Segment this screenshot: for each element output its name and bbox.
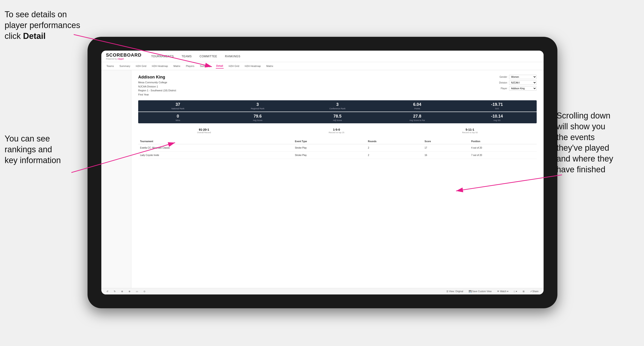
player-filters: Gender Women Division NJCAA I bbox=[494, 75, 537, 91]
subnav-summary[interactable]: Summary bbox=[119, 64, 130, 68]
records-row: 91-20-1 Overall Record 1-5-0 Record vs t… bbox=[138, 127, 537, 135]
gender-select[interactable]: Women bbox=[509, 75, 537, 79]
gender-filter-row: Gender Women bbox=[494, 75, 537, 79]
player-name: Addison King bbox=[138, 75, 176, 80]
sub-nav: Teams Summary H2H Grid H2H Heatmap Matri… bbox=[101, 62, 544, 70]
nav-rankings[interactable]: RANKINGS bbox=[224, 54, 241, 59]
zoom-out-button[interactable]: ⊕ bbox=[127, 290, 132, 293]
player-label: Player bbox=[494, 87, 507, 90]
position-0: 4 out of 20 bbox=[470, 144, 537, 152]
stat-national-rank: 37 National Rank bbox=[138, 100, 218, 112]
table-row[interactable]: Estella CC- Mountain Classic Stroke Play… bbox=[138, 144, 537, 152]
logo-area: SCOREBOARD Powered by clippd bbox=[106, 52, 142, 60]
subnav-matrix[interactable]: Matrix bbox=[173, 64, 181, 68]
rounds-1: 2 bbox=[366, 152, 423, 159]
share-button[interactable]: ↗ Share bbox=[528, 290, 540, 293]
content-area: Addison King Mesa Community College NJCA… bbox=[131, 70, 544, 288]
stats-row2: 0 Wins 79.6 Avg Score 78.5 Adj Score 27.… bbox=[138, 112, 537, 123]
stat-adj-score: 78.5 Adj Score bbox=[298, 112, 377, 123]
score-0: 17 bbox=[423, 144, 469, 152]
player-info: Addison King Mesa Community College NJCA… bbox=[138, 75, 176, 97]
save-custom-view-button[interactable]: 💾 Save Custom View bbox=[467, 290, 493, 293]
annotation-top-left: To see details on player performances cl… bbox=[4, 9, 83, 41]
stat-regional-rank: 3 Regional Rank bbox=[218, 100, 297, 112]
undo-button[interactable]: ↺ bbox=[105, 290, 110, 293]
player-year: First Year bbox=[138, 93, 176, 97]
tablet-frame: SCOREBOARD Powered by clippd TOURNAMENTS… bbox=[88, 37, 558, 308]
player-select[interactable]: Addison King bbox=[509, 86, 537, 91]
tablet-screen: SCOREBOARD Powered by clippd TOURNAMENTS… bbox=[101, 51, 544, 295]
player-region: Region 1 - Southwest (18) District bbox=[138, 89, 176, 93]
record-top25: 1-5-0 Record vs top 25 bbox=[329, 128, 344, 134]
nav-committee[interactable]: COMMITTEE bbox=[199, 54, 218, 59]
stats-row1: 37 National Rank 3 Regional Rank 3 Confe… bbox=[138, 100, 537, 112]
col-tournament: Tournament bbox=[138, 139, 293, 144]
stat-sos: -19.71 SoS bbox=[458, 100, 537, 112]
table-row[interactable]: Lady Coyote Invite Stroke Play 2 16 7 ou… bbox=[138, 152, 537, 159]
subnav-detail[interactable]: Detail bbox=[216, 63, 224, 69]
division-filter-row: Division NJCAA I bbox=[494, 81, 537, 85]
nav-tournaments[interactable]: TOURNAMENTS bbox=[151, 54, 174, 59]
stat-points: 6.04 Points bbox=[378, 100, 457, 112]
col-score: Score bbox=[423, 139, 469, 144]
bottom-toolbar: ↺ ↻ ⊕ ⊕ ▭ ⊙ ☰ View: Original 💾 Save Cust… bbox=[101, 288, 544, 295]
subnav-h2h-heatmap[interactable]: H2H Heatmap bbox=[151, 64, 168, 68]
division-label: Division bbox=[494, 81, 507, 84]
score-1: 16 bbox=[423, 152, 469, 159]
subnav-players[interactable]: Players bbox=[186, 64, 195, 68]
grid-view-button[interactable]: ⊞ bbox=[521, 290, 526, 293]
tournament-name-0: Estella CC- Mountain Classic bbox=[138, 144, 293, 152]
watch-button[interactable]: 👁 Watch ▾ bbox=[496, 290, 510, 293]
division-select[interactable]: NJCAA I bbox=[509, 81, 537, 85]
gender-label: Gender bbox=[494, 76, 507, 78]
subnav-h2h-heatmap2[interactable]: H2H Heatmap bbox=[244, 64, 262, 68]
logo-scoreboard: SCOREBOARD bbox=[106, 52, 142, 58]
event-type-1: Stroke Play bbox=[293, 152, 366, 159]
subnav-teams[interactable]: Teams bbox=[106, 64, 114, 68]
tournament-name-1: Lady Coyote Invite bbox=[138, 152, 293, 159]
stat-wins: 0 Wins bbox=[138, 112, 218, 123]
record-top50: 5-11-1 Record vs top 50 bbox=[462, 128, 478, 134]
redo-button[interactable]: ↻ bbox=[112, 290, 117, 293]
player-header: Addison King Mesa Community College NJCA… bbox=[138, 75, 537, 97]
logo-powered: Powered by clippd bbox=[106, 58, 142, 60]
layout-button[interactable]: ▭ bbox=[134, 290, 139, 293]
player-school: Mesa Community College bbox=[138, 81, 176, 85]
subnav-matrix2[interactable]: Matrix bbox=[266, 64, 274, 68]
settings-button[interactable]: ⊙ bbox=[142, 290, 147, 293]
stat-avg-score: 79.6 Avg Score bbox=[218, 112, 297, 123]
subnav-h2h-grid2[interactable]: H2H Grid bbox=[228, 64, 240, 68]
col-rounds: Rounds bbox=[366, 139, 423, 144]
annotation-right: Scrolling down will show you the events … bbox=[556, 110, 640, 175]
view-original-button[interactable]: ☰ View: Original bbox=[445, 290, 464, 293]
stat-conference-rank: 3 Conference Rank bbox=[298, 100, 377, 112]
nav-teams[interactable]: TEAMS bbox=[181, 54, 192, 59]
annotation-bottom-left: You can see rankings and key information bbox=[4, 133, 83, 166]
col-position: Position bbox=[470, 139, 537, 144]
col-event-type: Event Type bbox=[293, 139, 366, 144]
rounds-0: 2 bbox=[366, 144, 423, 152]
stat-avg-sg: -10.14 Avg SG bbox=[458, 112, 537, 123]
event-type-0: Stroke Play bbox=[293, 144, 366, 152]
sidebar bbox=[101, 70, 131, 288]
stat-avg-score-par: 27.8 Avg Score to Par bbox=[378, 112, 457, 123]
subnav-summary2[interactable]: Summary bbox=[200, 64, 211, 68]
zoom-in-button[interactable]: ⊕ bbox=[120, 290, 124, 293]
player-division: NJCAA Division 1 bbox=[138, 85, 176, 89]
share-options-button[interactable]: □ ▾ bbox=[512, 290, 518, 293]
record-overall: 91-20-1 Overall Record bbox=[197, 128, 211, 134]
position-1: 7 out of 20 bbox=[470, 152, 537, 159]
subnav-h2h-grid[interactable]: H2H Grid bbox=[135, 64, 147, 68]
player-filter-row: Player Addison King bbox=[494, 86, 537, 91]
main-content: Addison King Mesa Community College NJCA… bbox=[101, 70, 544, 288]
tournament-table: Tournament Event Type Rounds Score Posit… bbox=[138, 139, 537, 159]
top-nav: SCOREBOARD Powered by clippd TOURNAMENTS… bbox=[101, 51, 544, 62]
